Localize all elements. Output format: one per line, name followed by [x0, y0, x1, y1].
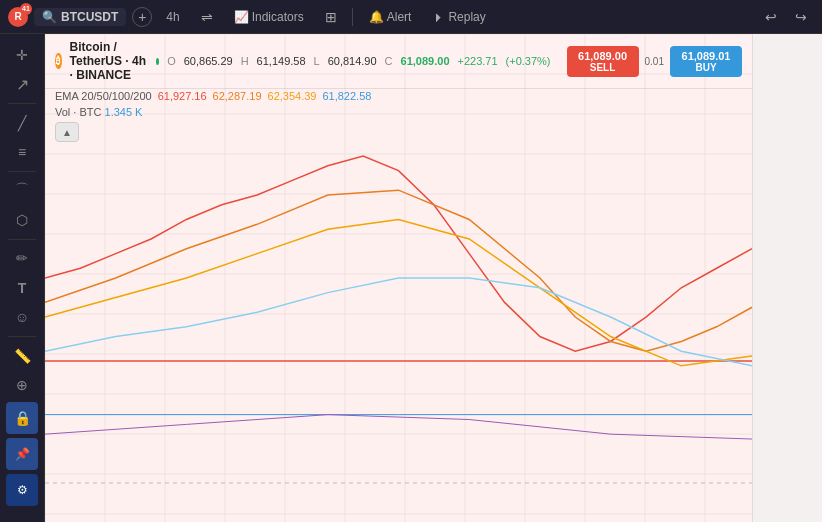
- zoom-in-tool[interactable]: ⊕: [6, 372, 38, 397]
- right-scale: [752, 34, 822, 522]
- buy-label: BUY: [678, 62, 734, 73]
- indicators-chart-icon: 📈: [234, 10, 249, 24]
- replay-label: Replay: [448, 10, 485, 24]
- price-change: +223.71: [458, 55, 498, 67]
- sell-price: 61,089.00: [575, 50, 631, 62]
- templates-button[interactable]: ⊞: [318, 4, 344, 30]
- text-icon: T: [18, 280, 27, 296]
- sell-button-group: 61,089.00 SELL: [567, 46, 639, 77]
- buy-button-group: 61,089.01 BUY: [670, 46, 742, 77]
- spread-price: 0.01: [645, 56, 664, 67]
- arrow-tool[interactable]: ↗: [6, 71, 38, 96]
- volume-info: Vol · BTC 1.345 K: [55, 106, 142, 118]
- timeframe-button[interactable]: 4h: [158, 7, 187, 27]
- crosshair-tool[interactable]: ✛: [6, 42, 38, 67]
- shape-tool[interactable]: ⬡: [6, 207, 38, 232]
- ema20-value: 61,927.16: [158, 90, 207, 102]
- settings-icon: ⚙: [17, 483, 28, 497]
- line-icon: ╱: [18, 115, 26, 131]
- ema50-value: 62,287.19: [213, 90, 262, 102]
- replay-button[interactable]: ⏵ Replay: [425, 7, 493, 27]
- zoom-in-icon: ⊕: [16, 377, 28, 393]
- logo-letter: R: [14, 11, 21, 22]
- sell-label: SELL: [575, 62, 631, 73]
- chart-header: ₿ Bitcoin / TetherUS · 4h · BINANCE O 60…: [45, 34, 752, 89]
- volume-label: Vol · BTC: [55, 106, 101, 118]
- pencil-tool[interactable]: ✏: [6, 246, 38, 271]
- bitcoin-icon: ₿: [55, 53, 62, 69]
- alert-button[interactable]: 🔔 Alert: [361, 7, 420, 27]
- undo-redo-group: ↩ ↪: [758, 4, 814, 30]
- toolbar: R 🔍 BTCUSDT + 4h ⇌ 📈 Indicators ⊞ 🔔 Aler…: [0, 0, 822, 34]
- toolbar-separator-1: [352, 8, 353, 26]
- shape-icon: ⬡: [16, 212, 28, 228]
- volume-value: 1.345 K: [105, 106, 143, 118]
- alert-label: Alert: [387, 10, 412, 24]
- left-toolbar: ✛ ↗ ╱ ≡ ⌒ ⬡ ✏ T ☺ 📏: [0, 34, 45, 522]
- line-tool[interactable]: ╱: [6, 110, 38, 135]
- ema100-value: 62,354.39: [268, 90, 317, 102]
- tool-separator-3: [8, 239, 36, 240]
- ruler-icon: 📏: [14, 348, 31, 364]
- compare-button[interactable]: ⇌: [194, 4, 220, 30]
- ema-info: EMA 20/50/100/200 61,927.16 62,287.19 62…: [55, 90, 371, 102]
- ema200-value: 61,822.58: [322, 90, 371, 102]
- chart-area[interactable]: ₿ Bitcoin / TetherUS · 4h · BINANCE O 60…: [45, 34, 752, 522]
- app-logo: R: [8, 7, 28, 27]
- text-tool[interactable]: T: [6, 275, 38, 300]
- horizontal-line-tool[interactable]: ≡: [6, 139, 38, 164]
- redo-button[interactable]: ↪: [788, 4, 814, 30]
- ruler-tool[interactable]: 📏: [6, 343, 38, 368]
- horizontal-line-icon: ≡: [18, 144, 26, 160]
- high-value: 61,149.58: [257, 55, 306, 67]
- low-label: L: [314, 55, 320, 67]
- templates-icon: ⊞: [325, 9, 337, 25]
- tool-separator-4: [8, 336, 36, 337]
- chart-title: Bitcoin / TetherUS · 4h · BINANCE: [70, 40, 149, 82]
- open-label: O: [167, 55, 176, 67]
- ticker-text: BTCUSDT: [61, 10, 118, 24]
- arrow-icon: ↗: [16, 75, 29, 94]
- indicators-label: Indicators: [252, 10, 304, 24]
- sell-buy-group: 61,089.00 SELL 0.01 61,089.01 BUY: [567, 46, 742, 77]
- settings-tool-button[interactable]: ⚙: [6, 474, 38, 506]
- indicators-button[interactable]: 📈 Indicators: [226, 7, 312, 27]
- pin-tool-button[interactable]: 📌: [6, 438, 38, 470]
- curve-tool[interactable]: ⌒: [6, 178, 38, 203]
- high-label: H: [241, 55, 249, 67]
- lock-tool-button[interactable]: 🔒: [6, 402, 38, 434]
- buy-price: 61,089.01: [678, 50, 734, 62]
- alert-bell-icon: 🔔: [369, 10, 384, 24]
- lock-icon: 🔒: [14, 410, 31, 426]
- close-label: C: [385, 55, 393, 67]
- emoji-icon: ☺: [15, 309, 29, 325]
- crosshair-icon: ✛: [16, 47, 28, 63]
- ticker-selector[interactable]: 🔍 BTCUSDT: [34, 8, 126, 26]
- buy-button[interactable]: 61,089.01 BUY: [670, 46, 742, 77]
- bottom-tools-group: 🔒 📌 ⚙: [6, 402, 38, 514]
- timeframe-label: 4h: [166, 10, 179, 24]
- pin-icon: 📌: [15, 447, 30, 461]
- open-value: 60,865.29: [184, 55, 233, 67]
- replay-icon: ⏵: [433, 10, 445, 24]
- main-layout: ✛ ↗ ╱ ≡ ⌒ ⬡ ✏ T ☺ 📏: [0, 34, 822, 522]
- tool-separator-2: [8, 171, 36, 172]
- sell-button[interactable]: 61,089.00 SELL: [567, 46, 639, 77]
- curve-icon: ⌒: [15, 181, 29, 199]
- chart-canvas[interactable]: [45, 34, 752, 522]
- live-dot: [156, 58, 159, 65]
- undo-button[interactable]: ↩: [758, 4, 784, 30]
- collapse-button[interactable]: ▲: [55, 122, 79, 142]
- tool-separator-1: [8, 103, 36, 104]
- ema-label: EMA 20/50/100/200: [55, 90, 152, 102]
- low-value: 60,814.90: [328, 55, 377, 67]
- pencil-icon: ✏: [16, 250, 28, 266]
- price-change-pct: (+0.37%): [506, 55, 551, 67]
- search-icon: 🔍: [42, 10, 57, 24]
- emoji-tool[interactable]: ☺: [6, 305, 38, 330]
- chevron-up-icon: ▲: [62, 127, 72, 138]
- add-symbol-button[interactable]: +: [132, 7, 152, 27]
- undo-icon: ↩: [765, 9, 777, 25]
- close-value: 61,089.00: [401, 55, 450, 67]
- compare-icon: ⇌: [201, 9, 213, 25]
